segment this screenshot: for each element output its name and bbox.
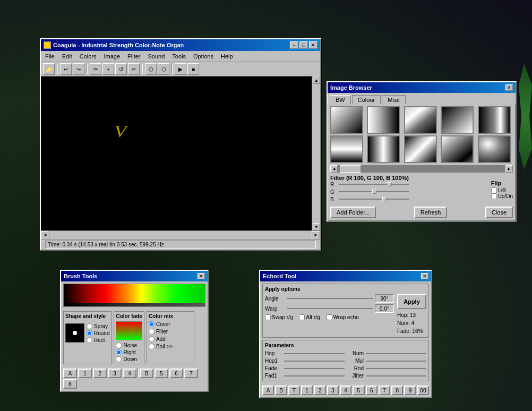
maximize-button[interactable]: □	[299, 41, 308, 49]
down-radio[interactable]	[116, 356, 122, 362]
refresh-button[interactable]: Refresh	[414, 207, 448, 218]
down-option[interactable]: Down	[116, 356, 142, 362]
btn-8[interactable]: 8	[63, 379, 77, 389]
menu-options[interactable]: Options	[190, 52, 217, 61]
hop-slider[interactable]	[284, 351, 345, 356]
thumbnail-4[interactable]	[441, 106, 474, 134]
toolbar-open[interactable]: 📁	[43, 63, 55, 75]
bt-close-button[interactable]: ✕	[198, 273, 205, 279]
et-btn-1[interactable]: 1	[301, 386, 313, 395]
thumbnail-10[interactable]	[478, 135, 511, 163]
menu-help[interactable]: Help	[218, 52, 236, 61]
ib-scroll-thumb[interactable]	[340, 165, 361, 173]
ib-slider-r-thumb[interactable]	[388, 182, 392, 186]
flip-lr-checkbox[interactable]	[491, 187, 497, 193]
alt-rg-checkbox[interactable]	[299, 314, 305, 320]
menu-file[interactable]: File	[42, 52, 58, 61]
flip-lr-label[interactable]: L/R	[491, 187, 507, 193]
ib-scroll-right[interactable]: ►	[505, 165, 513, 173]
cover-radio[interactable]	[149, 321, 155, 327]
flip-updn-checkbox[interactable]	[491, 193, 497, 199]
thumbnail-8[interactable]	[404, 135, 437, 163]
round-option[interactable]: Round	[87, 330, 109, 336]
et-btn-2[interactable]: 2	[314, 386, 325, 395]
tab-colour[interactable]: Colour	[352, 95, 381, 104]
ib-scroll-left[interactable]: ◄	[330, 165, 338, 173]
hop1-slider[interactable]	[284, 358, 345, 364]
warp-slider[interactable]	[287, 308, 373, 309]
thumbnail-3[interactable]	[404, 106, 437, 134]
et-btn-8[interactable]: 8	[391, 386, 403, 395]
btn-3[interactable]: 3	[108, 369, 122, 378]
mul-slider[interactable]	[366, 358, 426, 364]
btn-7[interactable]: 7	[184, 369, 198, 378]
ib-slider-b-thumb[interactable]	[382, 197, 387, 201]
et-btn-6[interactable]: 6	[366, 386, 377, 395]
et-btn-9[interactable]: 9	[404, 386, 416, 395]
round-radio[interactable]	[87, 330, 92, 336]
num-slider[interactable]	[366, 351, 426, 356]
toolbar-fx1[interactable]: ⬡	[145, 63, 157, 75]
angle-slider[interactable]	[287, 298, 373, 299]
menu-edit[interactable]: Edit	[59, 52, 75, 61]
ib-slider-b[interactable]	[339, 196, 409, 202]
ib-close-btn[interactable]: Close	[485, 207, 513, 218]
ib-slider-g-thumb[interactable]	[372, 190, 376, 194]
et-btn-B[interactable]: B	[275, 386, 287, 395]
filter-radio[interactable]	[149, 329, 155, 335]
thumbnail-2[interactable]	[367, 106, 400, 134]
thumbnail-7[interactable]	[367, 135, 400, 163]
toolbar-stop[interactable]: ■	[187, 63, 199, 75]
et-btn-7[interactable]: 7	[379, 386, 390, 395]
menu-sound[interactable]: Sound	[145, 52, 168, 61]
toolbar-draw[interactable]: ✏	[90, 63, 101, 75]
toolbar-rotate[interactable]: ↺	[115, 63, 127, 75]
et-btn-3[interactable]: 3	[327, 386, 339, 395]
right-radio[interactable]	[116, 349, 122, 355]
spray-radio[interactable]	[87, 323, 92, 329]
toolbar-undo[interactable]: ↩	[60, 63, 72, 75]
tab-bw[interactable]: BW	[330, 95, 351, 105]
alt-rg-label[interactable]: Alt r/g	[299, 314, 320, 320]
flip-updn-label[interactable]: Up/Dn	[491, 193, 513, 199]
jitter-slider[interactable]	[366, 373, 426, 379]
btn-6[interactable]: 6	[169, 369, 183, 378]
toolbar-redo[interactable]: ↪	[73, 63, 84, 75]
filter-option[interactable]: Filter	[149, 329, 192, 335]
swap-rg-checkbox[interactable]	[265, 314, 271, 320]
et-btn-T[interactable]: T	[288, 386, 300, 395]
btn-2[interactable]: 2	[93, 369, 107, 378]
btn-5[interactable]: 5	[155, 369, 168, 378]
main-canvas[interactable]: V	[41, 76, 312, 230]
right-option[interactable]: Right	[116, 349, 142, 355]
scroll-right-arrow[interactable]: ►	[312, 231, 320, 239]
cover-option[interactable]: Cover	[149, 321, 192, 327]
toolbar-fx2[interactable]: ⬡	[158, 63, 169, 75]
boil-option[interactable]: Boil >>	[149, 344, 192, 349]
toolbar-play[interactable]: ▶	[175, 63, 186, 75]
scroll-left-arrow[interactable]: ◄	[41, 231, 49, 239]
scrollbar-vertical[interactable]: ▲ ▼	[312, 76, 320, 230]
thumbnail-9[interactable]	[441, 135, 474, 163]
et-close-button[interactable]: ✕	[421, 273, 428, 279]
fad1-slider[interactable]	[284, 373, 345, 379]
add-option[interactable]: Add	[149, 336, 192, 342]
scroll-up-arrow[interactable]: ▲	[313, 76, 320, 84]
minimize-button[interactable]: −	[290, 41, 298, 49]
fade-slider[interactable]	[284, 366, 345, 371]
ib-slider-g[interactable]	[339, 189, 409, 195]
ib-slider-r[interactable]	[339, 181, 409, 187]
toolbar-scissors[interactable]: ✂	[128, 63, 140, 75]
toolbar-add[interactable]: +	[102, 63, 114, 75]
noise-option[interactable]: Noise	[116, 343, 142, 348]
menu-filter[interactable]: Filter	[124, 52, 143, 61]
add-radio[interactable]	[149, 336, 155, 342]
btn-B[interactable]: B	[140, 369, 153, 378]
btn-1[interactable]: 1	[78, 369, 92, 378]
rect-radio[interactable]	[87, 337, 92, 343]
add-folder-button[interactable]: Add Folder...	[330, 207, 376, 218]
wrap-echo-checkbox[interactable]	[327, 314, 332, 320]
et-btn-5[interactable]: 5	[353, 386, 364, 395]
swap-rg-label[interactable]: Swap r/g	[265, 314, 293, 320]
rect-option[interactable]: Rect	[87, 337, 109, 343]
